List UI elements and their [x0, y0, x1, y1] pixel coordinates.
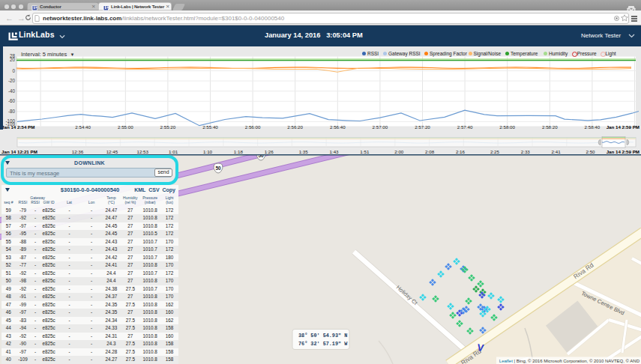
svg-text:1:51: 1:51 — [360, 149, 370, 154]
svg-text:-40: -40 — [8, 88, 16, 94]
svg-text:1:35: 1:35 — [299, 149, 309, 154]
svg-text:2:57:20: 2:57:20 — [415, 124, 430, 130]
svg-text:Jan 14 2:54 PM: Jan 14 2:54 PM — [1, 124, 34, 130]
svg-text:12:53: 12:53 — [137, 149, 149, 154]
svg-text:Jan 14 12:21 PM: Jan 14 12:21 PM — [1, 149, 37, 154]
svg-text:-80: -80 — [8, 109, 16, 114]
svg-text:2:56:00: 2:56:00 — [245, 124, 261, 130]
svg-text:76° 32' 57.19" W: 76° 32' 57.19" W — [298, 341, 348, 347]
svg-text:Leaflet | Bing, © 2016 Microso: Leaflet | Bing, © 2016 Microsoft Corpora… — [499, 359, 640, 363]
svg-text:2:56:20: 2:56:20 — [287, 124, 303, 130]
svg-text:2:58:20: 2:58:20 — [542, 124, 558, 130]
svg-text:2:08: 2:08 — [425, 149, 435, 154]
svg-text:1:01: 1:01 — [169, 149, 178, 154]
svg-text:2:33: 2:33 — [521, 149, 531, 154]
svg-text:2:58:40: 2:58:40 — [585, 124, 601, 130]
svg-text:2:55:20: 2:55:20 — [160, 124, 176, 130]
svg-text:2:54:40: 2:54:40 — [75, 124, 91, 130]
svg-text:Jan 14 2:59 PM: Jan 14 2:59 PM — [607, 124, 640, 130]
svg-text:2:57:40: 2:57:40 — [457, 124, 473, 130]
svg-text:1:43: 1:43 — [329, 149, 339, 154]
svg-text:2:00: 2:00 — [394, 149, 404, 154]
svg-text:38° 50' 54.93" N: 38° 50' 54.93" N — [298, 333, 347, 339]
svg-text:12:45: 12:45 — [106, 149, 118, 154]
svg-text:2:41: 2:41 — [552, 149, 562, 154]
svg-text:0: 0 — [12, 68, 15, 73]
svg-text:2:50: 2:50 — [586, 149, 596, 154]
svg-text:1:10: 1:10 — [203, 149, 213, 154]
svg-text:-60: -60 — [8, 98, 16, 103]
svg-text:2:56:40: 2:56:40 — [330, 124, 346, 130]
svg-text:50: 50 — [215, 166, 221, 171]
svg-text:20: 20 — [10, 57, 16, 62]
svg-text:1:18: 1:18 — [234, 149, 244, 154]
svg-text:2:57:00: 2:57:00 — [373, 124, 388, 130]
svg-text:2:16: 2:16 — [456, 149, 466, 154]
svg-text:-20: -20 — [8, 78, 16, 83]
svg-text:12:36: 12:36 — [72, 149, 84, 154]
svg-text:2:25: 2:25 — [490, 149, 500, 154]
svg-text:1:26: 1:26 — [265, 149, 274, 154]
svg-text:2:55:00: 2:55:00 — [118, 124, 133, 130]
svg-text:2:55:40: 2:55:40 — [202, 124, 218, 130]
svg-text:2:58:00: 2:58:00 — [499, 124, 515, 130]
svg-text:Jan 14 2:59 PM: Jan 14 2:59 PM — [607, 149, 640, 154]
